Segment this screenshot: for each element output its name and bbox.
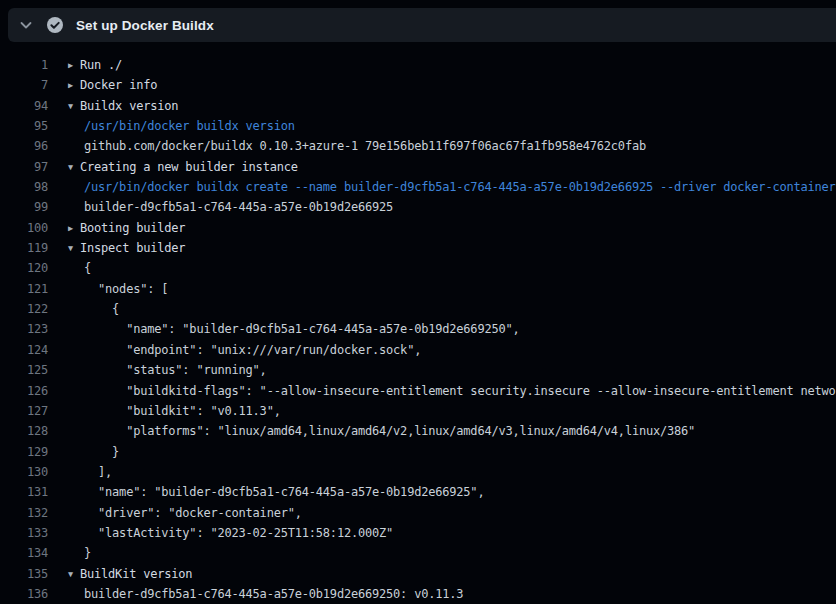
log-line: 129 }	[0, 442, 836, 462]
log-line: 120 {	[0, 258, 836, 278]
log-line: 95 /usr/bin/docker buildx version	[0, 116, 836, 136]
log-line: 132 "driver": "docker-container",	[0, 503, 836, 523]
log-group-toggle[interactable]: ▼Buildx version	[48, 96, 836, 116]
triangle-down-icon: ▼	[68, 238, 80, 258]
line-text: }	[48, 543, 836, 563]
log-line: 1 ▶Run ./	[0, 55, 836, 75]
log-line: 135 ▼BuildKit version	[0, 564, 836, 584]
step-title: Set up Docker Buildx	[76, 18, 214, 33]
log-line: 124 "endpoint": "unix:///var/run/docker.…	[0, 340, 836, 360]
line-text: /usr/bin/docker buildx create --name bui…	[48, 177, 836, 197]
line-text: "endpoint": "unix:///var/run/docker.sock…	[48, 340, 836, 360]
line-text: ],	[48, 462, 836, 482]
log-group-toggle[interactable]: ▼Creating a new builder instance	[48, 157, 836, 177]
line-number[interactable]: 96	[0, 136, 48, 156]
line-text: /usr/bin/docker buildx version	[48, 116, 836, 136]
line-number[interactable]: 126	[0, 381, 48, 401]
group-label: Creating a new builder instance	[80, 160, 298, 174]
line-text: builder-d9cfb5a1-c764-445a-a57e-0b19d2e6…	[48, 584, 836, 604]
line-text: "driver": "docker-container",	[48, 503, 836, 523]
log-line: 123 "name": "builder-d9cfb5a1-c764-445a-…	[0, 319, 836, 339]
log-line: 121 "nodes": [	[0, 279, 836, 299]
log-line: 96 github.com/docker/buildx 0.10.3+azure…	[0, 136, 836, 156]
log-group-toggle[interactable]: ▶Run ./	[48, 55, 836, 75]
line-number[interactable]: 98	[0, 177, 48, 197]
group-label: Docker info	[80, 78, 157, 92]
log-line: 7 ▶Docker info	[0, 75, 836, 95]
group-label: Run ./	[80, 58, 122, 72]
log-group-toggle[interactable]: ▶Booting builder	[48, 218, 836, 238]
line-number[interactable]: 133	[0, 523, 48, 543]
log-line: 128 "platforms": "linux/amd64,linux/amd6…	[0, 421, 836, 441]
line-number[interactable]: 99	[0, 197, 48, 217]
group-label: Booting builder	[80, 221, 185, 235]
line-number[interactable]: 119	[0, 238, 48, 258]
log-line: 130 ],	[0, 462, 836, 482]
line-text: "name": "builder-d9cfb5a1-c764-445a-a57e…	[48, 319, 836, 339]
line-number[interactable]: 125	[0, 360, 48, 380]
line-number[interactable]: 121	[0, 279, 48, 299]
log-line: 100 ▶Booting builder	[0, 218, 836, 238]
log-line: 126 "buildkitd-flags": "--allow-insecure…	[0, 381, 836, 401]
line-number[interactable]: 1	[0, 55, 48, 75]
line-number[interactable]: 7	[0, 75, 48, 95]
triangle-right-icon: ▶	[68, 55, 80, 75]
line-number[interactable]: 124	[0, 340, 48, 360]
log-line: 134 }	[0, 543, 836, 563]
line-number[interactable]: 135	[0, 564, 48, 584]
line-number[interactable]: 97	[0, 157, 48, 177]
line-text: "platforms": "linux/amd64,linux/amd64/v2…	[48, 421, 836, 441]
line-text: }	[48, 442, 836, 462]
log-line: 98 /usr/bin/docker buildx create --name …	[0, 177, 836, 197]
line-text: "status": "running",	[48, 360, 836, 380]
triangle-right-icon: ▶	[68, 218, 80, 238]
line-text: "name": "builder-d9cfb5a1-c764-445a-a57e…	[48, 482, 836, 502]
line-text: github.com/docker/buildx 0.10.3+azure-1 …	[48, 136, 836, 156]
chevron-down-icon[interactable]	[14, 13, 38, 37]
triangle-down-icon: ▼	[68, 564, 80, 584]
line-number[interactable]: 130	[0, 462, 48, 482]
line-number[interactable]: 123	[0, 319, 48, 339]
group-label: Inspect builder	[80, 241, 185, 255]
actions-log-viewer: Set up Docker Buildx 1 ▶Run ./ 7 ▶Docker…	[0, 0, 836, 604]
line-number[interactable]: 129	[0, 442, 48, 462]
log-line: 125 "status": "running",	[0, 360, 836, 380]
line-text: "buildkitd-flags": "--allow-insecure-ent…	[48, 381, 836, 401]
line-number[interactable]: 122	[0, 299, 48, 319]
line-number[interactable]: 132	[0, 503, 48, 523]
group-label: Buildx version	[80, 99, 178, 113]
line-text: builder-d9cfb5a1-c764-445a-a57e-0b19d2e6…	[48, 197, 836, 217]
log-line: 94 ▼Buildx version	[0, 96, 836, 116]
log-line: 127 "buildkit": "v0.11.3",	[0, 401, 836, 421]
log-line: 136 builder-d9cfb5a1-c764-445a-a57e-0b19…	[0, 584, 836, 604]
step-header[interactable]: Set up Docker Buildx	[8, 8, 836, 42]
log-line: 131 "name": "builder-d9cfb5a1-c764-445a-…	[0, 482, 836, 502]
line-number[interactable]: 134	[0, 543, 48, 563]
line-number[interactable]: 100	[0, 218, 48, 238]
log-line: 122 {	[0, 299, 836, 319]
line-text: "nodes": [	[48, 279, 836, 299]
line-text: {	[48, 299, 836, 319]
line-number[interactable]: 120	[0, 258, 48, 278]
line-number[interactable]: 94	[0, 96, 48, 116]
check-circle-icon	[46, 16, 64, 34]
line-number[interactable]: 127	[0, 401, 48, 421]
log-line: 119 ▼Inspect builder	[0, 238, 836, 258]
log-area: 1 ▶Run ./ 7 ▶Docker info 94 ▼Buildx vers…	[0, 55, 836, 604]
line-text: "buildkit": "v0.11.3",	[48, 401, 836, 421]
log-group-toggle[interactable]: ▼BuildKit version	[48, 564, 836, 584]
log-line: 97 ▼Creating a new builder instance	[0, 157, 836, 177]
line-number[interactable]: 95	[0, 116, 48, 136]
line-text: "lastActivity": "2023-02-25T11:58:12.000…	[48, 523, 836, 543]
log-group-toggle[interactable]: ▶Docker info	[48, 75, 836, 95]
log-line: 99 builder-d9cfb5a1-c764-445a-a57e-0b19d…	[0, 197, 836, 217]
line-text: {	[48, 258, 836, 278]
line-number[interactable]: 131	[0, 482, 48, 502]
triangle-right-icon: ▶	[68, 75, 80, 95]
log-group-toggle[interactable]: ▼Inspect builder	[48, 238, 836, 258]
line-number[interactable]: 136	[0, 584, 48, 604]
triangle-down-icon: ▼	[68, 157, 80, 177]
log-line: 133 "lastActivity": "2023-02-25T11:58:12…	[0, 523, 836, 543]
triangle-down-icon: ▼	[68, 96, 80, 116]
line-number[interactable]: 128	[0, 421, 48, 441]
